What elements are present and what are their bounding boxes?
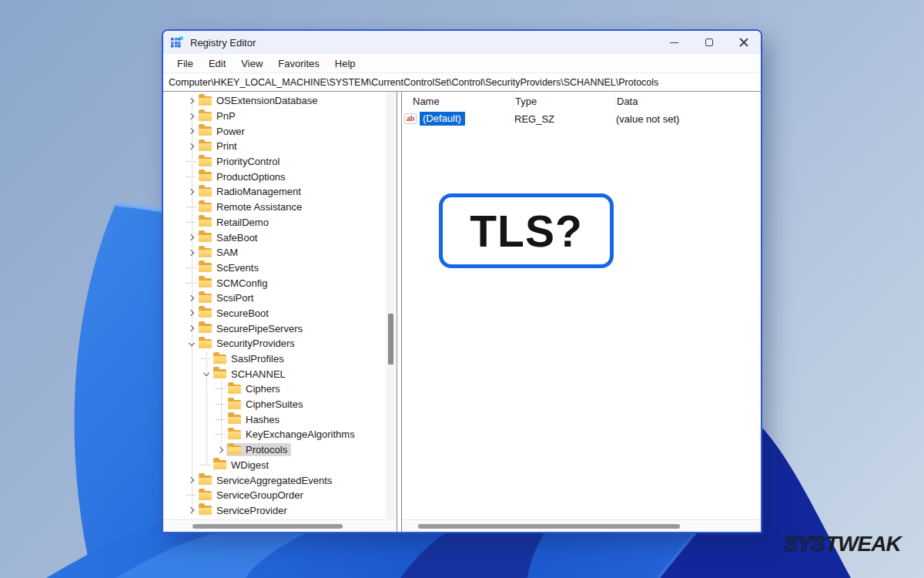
column-header-type[interactable]: Type: [513, 92, 614, 110]
folder-icon: [199, 142, 212, 151]
tree-item-label: RadioManagement: [216, 186, 301, 197]
tree-item-label: SAM: [216, 247, 238, 258]
chevron-down-icon[interactable]: [186, 338, 197, 349]
tree-item[interactable]: SafeBoot: [163, 230, 385, 245]
tree-item[interactable]: ServiceAggregatedEvents: [163, 472, 385, 488]
folder-icon: [199, 203, 212, 212]
chevron-right-icon[interactable]: [186, 247, 197, 258]
tree-item[interactable]: Remote Assistance: [163, 200, 385, 215]
values-horizontal-scrollbar[interactable]: [402, 519, 761, 532]
tree-item[interactable]: SecurePipeServers: [163, 321, 385, 336]
chevron-right-icon[interactable]: [186, 232, 197, 243]
menu-bar: File Edit View Favorites Help: [163, 54, 761, 73]
tree-item-label: SafeBoot: [216, 232, 258, 244]
tree-item[interactable]: Protocols: [163, 442, 385, 458]
chevron-right-icon[interactable]: [186, 141, 197, 152]
close-button[interactable]: [726, 31, 761, 54]
tree-vertical-scrollbar-thumb[interactable]: [388, 314, 393, 365]
tree-item[interactable]: ScEvents: [163, 260, 385, 276]
tree-item-label: Remote Assistance: [216, 201, 302, 213]
tree-item[interactable]: SecurityProviders: [163, 336, 385, 351]
maximize-button[interactable]: [691, 31, 726, 54]
chevron-right-icon[interactable]: [186, 505, 197, 516]
tree-item[interactable]: Hashes: [163, 412, 385, 427]
tree-item-label: RetailDemo: [216, 217, 269, 228]
tree-item[interactable]: SCMConfig: [163, 275, 385, 291]
tree-item[interactable]: SaslProfiles: [163, 351, 385, 367]
tree-horizontal-scrollbar[interactable]: [163, 519, 397, 532]
pane-divider[interactable]: [397, 92, 402, 532]
folder-icon: [199, 294, 212, 303]
chevron-right-icon[interactable]: [186, 187, 197, 197]
tree-item[interactable]: ScsiPort: [163, 291, 385, 306]
tree-item[interactable]: WDigest: [163, 458, 385, 473]
tree-item-label: SecurityProviders: [216, 338, 295, 349]
tree-vertical-scrollbar[interactable]: [386, 92, 396, 519]
folder-icon: [199, 126, 212, 136]
menu-item-favorites[interactable]: Favorites: [270, 58, 326, 69]
tree-item[interactable]: SCHANNEL: [163, 366, 385, 381]
menu-item-view[interactable]: View: [233, 58, 270, 69]
folder-icon: [213, 369, 226, 378]
chevron-right-icon[interactable]: [216, 445, 226, 455]
tree-item[interactable]: SAM: [163, 245, 385, 260]
menu-item-file[interactable]: File: [169, 58, 201, 69]
chevron-right-icon[interactable]: [186, 96, 197, 106]
close-icon: [739, 38, 748, 47]
tree-item-label: ScEvents: [216, 262, 259, 274]
registry-editor-icon: [171, 36, 183, 49]
tree-item[interactable]: Ciphers: [163, 381, 385, 397]
folder-icon: [213, 355, 226, 364]
tree-item[interactable]: PriorityControl: [163, 154, 385, 170]
tree-item-label: SCHANNEL: [231, 368, 286, 380]
menu-item-help[interactable]: Help: [327, 58, 363, 69]
chevron-right-icon[interactable]: [186, 307, 197, 318]
registry-path: Computer\HKEY_LOCAL_MACHINE\SYSTEM\Curre…: [169, 77, 658, 88]
tree-item[interactable]: Print: [163, 139, 385, 154]
tree-item[interactable]: RetailDemo: [163, 215, 385, 230]
chevron-down-icon[interactable]: [201, 368, 212, 379]
tree-item-label: CipherSuites: [246, 398, 303, 410]
tree-item[interactable]: KeyExchangeAlgorithms: [163, 427, 385, 442]
value-type: REG_SZ: [514, 113, 554, 125]
chevron-right-icon[interactable]: [186, 126, 197, 136]
folder-icon: [199, 172, 212, 181]
tree-item[interactable]: RadioManagement: [163, 184, 385, 200]
tree-item[interactable]: Power: [163, 123, 385, 139]
folder-icon: [228, 415, 241, 424]
chevron-right-icon[interactable]: [186, 475, 197, 486]
list-header: Name Type Data: [402, 92, 761, 110]
tree-item[interactable]: OSExtensionDatabase: [163, 93, 385, 109]
tree-item[interactable]: CipherSuites: [163, 397, 385, 412]
column-header-data[interactable]: Data: [614, 92, 761, 110]
address-bar[interactable]: Computer\HKEY_LOCAL_MACHINE\SYSTEM\Curre…: [163, 73, 761, 92]
window-controls: [657, 31, 761, 54]
registry-tree-pane: OSExtensionDatabase PnP Power Print Prio…: [163, 92, 397, 532]
folder-icon: [199, 187, 212, 197]
value-row-default[interactable]: ab (Default) REG_SZ (value not set): [402, 110, 761, 127]
tree-item[interactable]: ServiceGroupOrder: [163, 488, 385, 503]
tree-connector-line: [186, 283, 196, 284]
title-bar[interactable]: Registry Editor: [163, 31, 761, 54]
chevron-right-icon[interactable]: [186, 323, 197, 334]
chevron-right-icon[interactable]: [186, 111, 197, 122]
tree-item-label: ServiceProvider: [216, 505, 287, 516]
folder-icon: [199, 217, 212, 227]
registry-tree: OSExtensionDatabase PnP Power Print Prio…: [163, 93, 385, 519]
tree-horizontal-scrollbar-thumb[interactable]: [192, 524, 343, 529]
folder-icon: [228, 400, 241, 409]
tree-item[interactable]: ServiceProvider: [163, 503, 385, 519]
tree-item[interactable]: SecureBoot: [163, 306, 385, 321]
column-header-name[interactable]: Name: [402, 92, 513, 110]
systweak-logo-tweak: TWEAK: [825, 532, 901, 556]
tree-item[interactable]: ProductOptions: [163, 169, 385, 184]
chevron-right-icon[interactable]: [186, 293, 197, 304]
tree-item-label: SCMConfig: [216, 277, 267, 289]
tree-item-label: PnP: [216, 110, 236, 122]
tree-item[interactable]: PnP: [163, 109, 385, 124]
menu-item-edit[interactable]: Edit: [201, 58, 233, 69]
values-horizontal-scrollbar-thumb[interactable]: [418, 524, 680, 529]
minimize-button[interactable]: [657, 31, 691, 54]
folder-icon: [199, 157, 212, 166]
folder-icon: [199, 339, 212, 348]
